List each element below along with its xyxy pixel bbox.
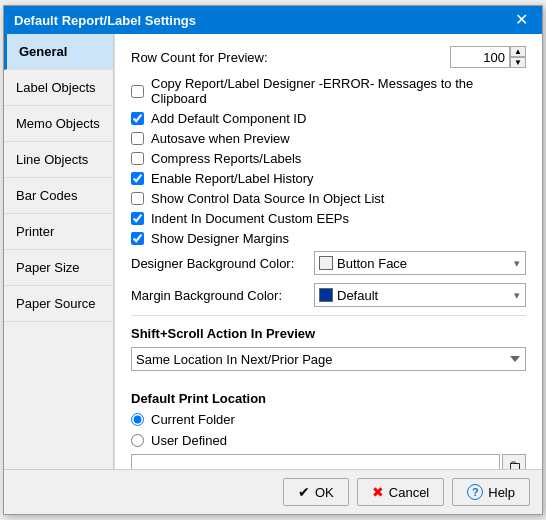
dialog-body: GeneralLabel ObjectsMemo ObjectsLine Obj… [4, 34, 542, 469]
designer-bg-select-wrapper: Button Face [314, 251, 526, 275]
checkbox-label-enable-history: Enable Report/Label History [151, 171, 314, 186]
folder-browse-button[interactable]: 🗀 [502, 454, 526, 469]
sidebar-item-memo-objects[interactable]: Memo Objects [4, 106, 113, 142]
checkbox-row-autosave: Autosave when Preview [131, 131, 526, 146]
checkbox-enable-history[interactable] [131, 172, 144, 185]
divider-1 [131, 315, 526, 316]
checkbox-row-show-margins: Show Designer Margins [131, 231, 526, 246]
designer-bg-select[interactable]: Button Face [337, 256, 521, 271]
sidebar-item-general[interactable]: General [4, 34, 113, 70]
designer-bg-row: Designer Background Color: Button Face [131, 251, 526, 275]
sidebar-item-printer[interactable]: Printer [4, 214, 113, 250]
checkbox-row-enable-history: Enable Report/Label History [131, 171, 526, 186]
help-button[interactable]: ? Help [452, 478, 530, 506]
radio-user-defined-row: User Defined [131, 433, 526, 448]
checkbox-show-margins[interactable] [131, 232, 144, 245]
spin-up-button[interactable]: ▲ [510, 46, 526, 57]
checkboxes-container: Copy Report/Label Designer -ERROR- Messa… [131, 76, 526, 246]
cancel-label: Cancel [389, 485, 429, 500]
row-count-row: Row Count for Preview: ▲ ▼ [131, 46, 526, 68]
cancel-icon: ✖ [372, 484, 384, 500]
checkbox-row-add-default: Add Default Component ID [131, 111, 526, 126]
checkbox-label-compress: Compress Reports/Labels [151, 151, 301, 166]
cancel-button[interactable]: ✖ Cancel [357, 478, 444, 506]
row-count-field[interactable] [450, 46, 510, 68]
designer-bg-swatch [319, 256, 333, 270]
spin-buttons: ▲ ▼ [510, 46, 526, 68]
radio-current-folder[interactable] [131, 413, 144, 426]
checkbox-copy-messages[interactable] [131, 85, 144, 98]
sidebar-item-line-objects[interactable]: Line Objects [4, 142, 113, 178]
sidebar-item-label-objects[interactable]: Label Objects [4, 70, 113, 106]
radio-current-folder-row: Current Folder [131, 412, 526, 427]
default-print-label: Default Print Location [131, 391, 526, 406]
main-content: Row Count for Preview: ▲ ▼ Copy Report/L… [114, 34, 542, 469]
shift-scroll-select[interactable]: Same Location In Next/Prior Page [131, 347, 526, 371]
checkbox-autosave[interactable] [131, 132, 144, 145]
margin-bg-select[interactable]: Default [337, 288, 521, 303]
close-button[interactable]: ✕ [511, 12, 532, 28]
checkbox-show-control[interactable] [131, 192, 144, 205]
checkbox-label-autosave: Autosave when Preview [151, 131, 290, 146]
checkbox-row-compress: Compress Reports/Labels [131, 151, 526, 166]
margin-bg-label: Margin Background Color: [131, 288, 306, 303]
margin-bg-select-wrapper: Default [314, 283, 526, 307]
checkbox-row-copy-messages: Copy Report/Label Designer -ERROR- Messa… [131, 76, 526, 106]
sidebar-item-paper-source[interactable]: Paper Source [4, 286, 113, 322]
dialog-title: Default Report/Label Settings [14, 13, 196, 28]
sidebar-item-paper-size[interactable]: Paper Size [4, 250, 113, 286]
checkbox-label-add-default: Add Default Component ID [151, 111, 306, 126]
margin-bg-swatch [319, 288, 333, 302]
checkbox-label-show-margins: Show Designer Margins [151, 231, 289, 246]
checkbox-label-indent-eeps: Indent In Document Custom EEPs [151, 211, 349, 226]
title-bar: Default Report/Label Settings ✕ [4, 6, 542, 34]
checkbox-label-show-control: Show Control Data Source In Object List [151, 191, 384, 206]
radio-user-defined[interactable] [131, 434, 144, 447]
checkbox-row-show-control: Show Control Data Source In Object List [131, 191, 526, 206]
row-count-input-group: ▲ ▼ [450, 46, 526, 68]
dialog: Default Report/Label Settings ✕ GeneralL… [3, 5, 543, 515]
shift-scroll-label: Shift+Scroll Action In Preview [131, 326, 526, 341]
sidebar: GeneralLabel ObjectsMemo ObjectsLine Obj… [4, 34, 114, 469]
ok-icon: ✔ [298, 484, 310, 500]
checkbox-label-copy-messages: Copy Report/Label Designer -ERROR- Messa… [151, 76, 526, 106]
help-icon: ? [467, 484, 483, 500]
checkbox-compress[interactable] [131, 152, 144, 165]
checkbox-row-indent-eeps: Indent In Document Custom EEPs [131, 211, 526, 226]
margin-bg-row: Margin Background Color: Default [131, 283, 526, 307]
row-count-label: Row Count for Preview: [131, 50, 268, 65]
sidebar-item-bar-codes[interactable]: Bar Codes [4, 178, 113, 214]
radio-user-defined-label: User Defined [151, 433, 227, 448]
ok-label: OK [315, 485, 334, 500]
path-input-row: 🗀 [131, 454, 526, 469]
checkbox-indent-eeps[interactable] [131, 212, 144, 225]
ok-button[interactable]: ✔ OK [283, 478, 349, 506]
path-input[interactable] [131, 454, 500, 469]
radio-current-folder-label: Current Folder [151, 412, 235, 427]
spin-down-button[interactable]: ▼ [510, 57, 526, 68]
dialog-footer: ✔ OK ✖ Cancel ? Help [4, 469, 542, 514]
help-label: Help [488, 485, 515, 500]
designer-bg-label: Designer Background Color: [131, 256, 306, 271]
checkbox-add-default[interactable] [131, 112, 144, 125]
